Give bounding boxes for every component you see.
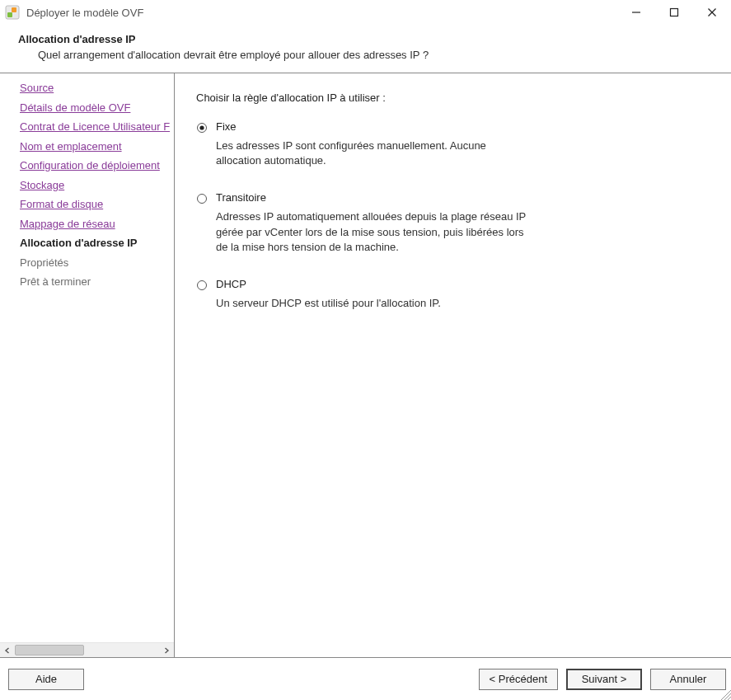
app-icon [5,5,20,20]
radio-desc-dhcp: Un serveur DHCP est utilisé pour l'alloc… [216,296,529,311]
ip-allocation-panel: Choisir la règle d'allocation IP à utili… [175,73,731,657]
svg-line-12 [724,693,731,700]
scroll-right-arrow[interactable] [159,643,174,658]
svg-rect-2 [12,7,16,12]
radio-option-transitoire[interactable]: Transitoire [196,191,716,204]
step-ready: Prêt à terminer [0,272,174,292]
scroll-thumb[interactable] [15,645,84,655]
radio-option-fixe[interactable]: Fixe [196,120,716,134]
wizard-body: Source Détails de modèle OVF Contrat de … [0,73,731,657]
radio-desc-transitoire: Adresses IP automatiquement allouées dep… [216,209,529,255]
minimize-button[interactable] [617,0,655,25]
allocation-prompt: Choisir la règle d'allocation IP à utili… [196,92,716,104]
svg-point-10 [198,280,207,289]
step-config[interactable]: Configuration de déploiement [0,156,174,176]
cancel-button[interactable]: Annuler [650,669,726,690]
svg-line-13 [728,697,731,700]
step-name[interactable]: Nom et emplacement [0,137,174,157]
svg-rect-4 [671,9,678,16]
step-diskfmt[interactable]: Format de disque [0,195,174,214]
window-title: Déployer le modèle OVF [26,7,617,19]
svg-point-8 [199,125,204,129]
wizard-steps-list: Source Détails de modèle OVF Contrat de … [0,73,174,642]
wizard-steps-pane: Source Détails de modèle OVF Contrat de … [0,73,175,657]
resize-grip-icon[interactable] [718,687,731,700]
step-eula[interactable]: Contrat de Licence Utilisateur F [0,117,174,137]
step-props: Propriétés [0,253,174,273]
step-ipalloc[interactable]: Allocation d'adresse IP [0,233,174,253]
next-button[interactable]: Suivant > [566,669,642,690]
radio-option-dhcp[interactable]: DHCP [196,278,716,291]
svg-rect-1 [7,12,12,17]
radio-desc-fixe: Les adresses IP sont configurées manuell… [216,139,529,168]
radio-label-dhcp: DHCP [216,278,246,290]
radio-label-fixe: Fixe [216,120,237,133]
radio-dot-icon [196,280,208,291]
window-controls [617,0,731,25]
radio-dot-icon [196,122,208,134]
step-netmap[interactable]: Mappage de réseau [0,214,174,234]
scroll-track[interactable] [15,643,159,658]
step-details[interactable]: Détails de modèle OVF [0,98,174,118]
help-button[interactable]: Aide [8,669,84,690]
radio-label-transitoire: Transitoire [216,191,266,204]
title-bar: Déployer le modèle OVF [0,0,731,25]
maximize-button[interactable] [655,0,693,25]
page-title: Allocation d'adresse IP [18,33,715,45]
back-button[interactable]: < Précédent [479,669,558,690]
radio-dot-icon [196,193,208,204]
wizard-footer: Aide < Précédent Suivant > Annuler [0,657,731,700]
steps-h-scrollbar[interactable] [0,642,174,657]
page-subtitle: Quel arrangement d'allocation devrait êt… [18,49,715,61]
scroll-left-arrow[interactable] [0,643,15,658]
step-storage[interactable]: Stockage [0,176,174,195]
wizard-header: Allocation d'adresse IP Quel arrangement… [0,25,731,73]
svg-point-9 [198,195,207,204]
step-source[interactable]: Source [0,78,174,98]
close-button[interactable] [693,0,731,25]
